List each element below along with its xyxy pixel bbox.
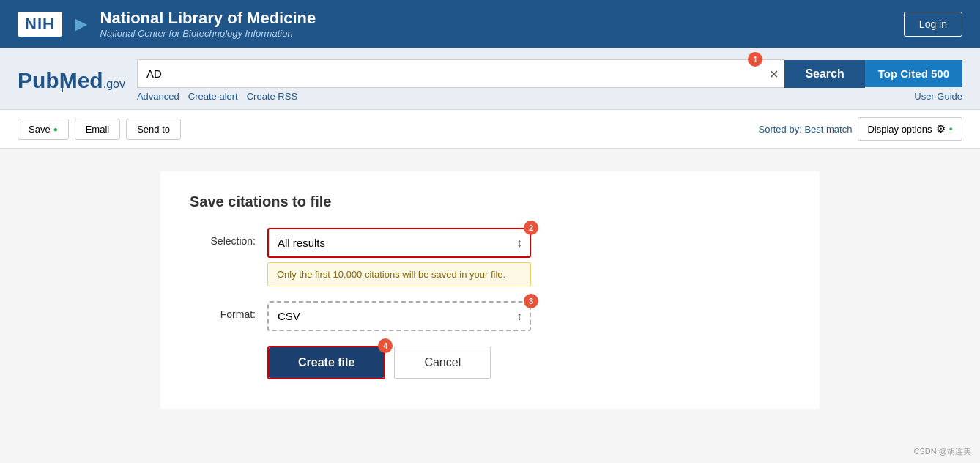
display-options-label: Display options xyxy=(867,124,932,135)
logo-ed: ed xyxy=(78,68,103,92)
advanced-link[interactable]: Advanced xyxy=(137,91,179,102)
nih-title: National Library of Medicine xyxy=(100,9,316,28)
format-select[interactable]: CSV PubMed PMID list Abstract (text) Pub… xyxy=(269,303,530,330)
logo-pub: Pub xyxy=(18,68,59,92)
logo-gov: .gov xyxy=(103,78,125,90)
gear-dot-icon: ● xyxy=(949,125,953,133)
nih-arrow-icon: ► xyxy=(71,12,92,36)
top-cited-button[interactable]: Top Cited 500 xyxy=(865,60,962,87)
create-file-button[interactable]: Create file xyxy=(269,347,384,378)
selection-label: Selection: xyxy=(190,228,256,247)
page-title: Save citations to file xyxy=(190,193,790,210)
search-row: 1 ✕ Search Top Cited 500 xyxy=(137,59,962,88)
search-links: Advanced Create alert Create RSS xyxy=(137,91,297,102)
create-file-wrapper: 4 Create file xyxy=(267,346,385,379)
format-label: Format: xyxy=(190,301,256,320)
nih-header: NIH ► National Library of Medicine Natio… xyxy=(0,0,980,48)
nih-subtitle: National Center for Biotechnology Inform… xyxy=(100,28,316,39)
toolbar: Save ● Email Send to Sorted by: Best mat… xyxy=(0,110,980,149)
logo-cursor: M xyxy=(59,68,78,93)
gear-icon: ⚙ xyxy=(936,122,946,136)
search-button[interactable]: Search xyxy=(784,60,864,88)
selection-control-area: 2 All results Selected (0) All on this p… xyxy=(267,228,531,286)
selection-row: Selection: 2 All results Selected (0) Al… xyxy=(190,228,790,286)
nih-logo: NIH xyxy=(18,12,62,37)
create-rss-link[interactable]: Create RSS xyxy=(247,91,297,102)
format-control-area: 3 CSV PubMed PMID list Abstract (text) P… xyxy=(267,301,531,331)
buttons-row: 4 Create file Cancel xyxy=(267,346,790,379)
badge-4: 4 xyxy=(378,338,393,353)
search-area: 1 ✕ Search Top Cited 500 Advanced Create… xyxy=(137,59,962,102)
save-dot-icon: ● xyxy=(53,125,58,133)
clear-search-button[interactable]: ✕ xyxy=(769,67,779,81)
format-wrapper: 3 CSV PubMed PMID list Abstract (text) P… xyxy=(267,301,531,331)
divider xyxy=(0,149,980,149)
nih-logo-area: NIH ► National Library of Medicine Natio… xyxy=(18,9,316,39)
sorted-by-label: Sorted by: Best match xyxy=(758,124,852,135)
selection-select[interactable]: All results Selected (0) All on this pag… xyxy=(269,229,530,256)
warning-message: Only the first 10,000 citations will be … xyxy=(267,262,531,286)
main-content: Save citations to file Selection: 2 All … xyxy=(160,171,820,409)
email-button[interactable]: Email xyxy=(75,119,121,140)
format-row: Format: 3 CSV PubMed PMID list Abstract … xyxy=(190,301,790,331)
cancel-button[interactable]: Cancel xyxy=(394,347,491,379)
pubmed-logo: PubMed.gov xyxy=(18,68,125,93)
login-button[interactable]: Log in xyxy=(904,12,962,37)
create-alert-link[interactable]: Create alert xyxy=(188,91,238,102)
save-button[interactable]: Save ● xyxy=(18,119,69,140)
user-guide-link[interactable]: User Guide xyxy=(914,91,962,102)
display-options-button[interactable]: Display options ⚙● xyxy=(858,117,962,141)
badge-3: 3 xyxy=(524,294,538,308)
pubmed-search-bar: PubMed.gov 1 ✕ Search Top Cited 500 Adva… xyxy=(0,48,980,110)
sort-value: Best match xyxy=(804,124,852,135)
nih-title-block: National Library of Medicine National Ce… xyxy=(100,9,316,39)
send-to-button[interactable]: Send to xyxy=(126,119,181,140)
search-input-wrapper: 1 ✕ xyxy=(137,59,784,88)
selection-wrapper: 2 All results Selected (0) All on this p… xyxy=(267,228,531,258)
search-input[interactable] xyxy=(137,59,784,88)
save-label: Save xyxy=(29,124,51,135)
badge-2: 2 xyxy=(524,221,538,235)
